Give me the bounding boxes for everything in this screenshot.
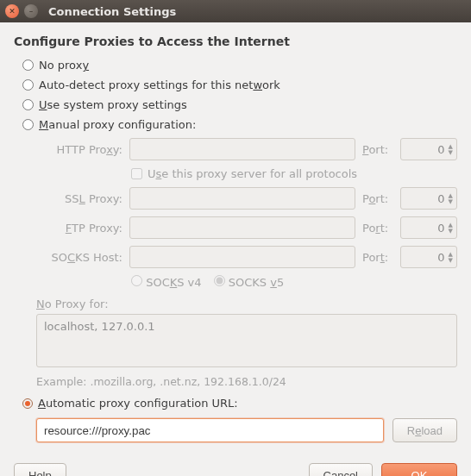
http-proxy-input xyxy=(129,138,355,160)
http-proxy-label: HTTP Proxy: xyxy=(36,143,122,156)
autoconf-url-input[interactable] xyxy=(36,418,384,442)
manual-block: HTTP Proxy: Port: 0▲▼ Use this proxy ser… xyxy=(36,135,457,393)
radio-no-proxy[interactable]: No proxy xyxy=(14,55,457,75)
ssl-port-input: 0▲▼ xyxy=(400,187,457,210)
radio-autoconf-input[interactable] xyxy=(22,398,33,409)
radio-manual[interactable]: Manual proxy configuration: xyxy=(14,115,457,135)
page-heading: Configure Proxies to Access the Internet xyxy=(14,34,457,48)
ftp-port-input: 0▲▼ xyxy=(400,216,457,239)
radio-no-proxy-input[interactable] xyxy=(22,60,34,71)
close-icon[interactable]: ✕ xyxy=(5,4,19,18)
window-title: Connection Settings xyxy=(48,5,176,18)
ssl-port-label: Port: xyxy=(362,192,393,205)
ssl-proxy-label: SSL Proxy: xyxy=(36,192,122,205)
ftp-proxy-input xyxy=(129,216,355,239)
radio-auto-detect-label: Auto-detect proxy settings for this netw… xyxy=(39,78,280,91)
radio-no-proxy-label: No proxy xyxy=(39,59,89,72)
radio-system-input[interactable] xyxy=(22,99,34,110)
radio-autoconf-label: Automatic proxy configuration URL: xyxy=(38,397,238,410)
no-proxy-for-label: No Proxy for: xyxy=(36,292,457,314)
ftp-port-label: Port: xyxy=(362,222,393,235)
no-proxy-for-input: localhost, 127.0.0.1 xyxy=(36,314,457,367)
ssl-proxy-input xyxy=(129,187,355,210)
radio-auto-detect-input[interactable] xyxy=(22,79,34,91)
ftp-proxy-label: FTP Proxy: xyxy=(36,222,122,235)
socks-host-row: SOCKS Host: Port: 0▲▼ xyxy=(36,242,457,272)
radio-auto-detect[interactable]: Auto-detect proxy settings for this netw… xyxy=(14,75,457,95)
reload-button[interactable]: Reload xyxy=(392,418,457,442)
socks-host-label: SOCKS Host: xyxy=(36,251,122,264)
socks-v4-radio: SOCKS v4 xyxy=(131,275,202,289)
socks-host-input xyxy=(129,246,355,268)
radio-manual-input[interactable] xyxy=(22,119,34,130)
ssl-proxy-row: SSL Proxy: Port: 0▲▼ xyxy=(36,184,457,213)
no-proxy-example: Example: .mozilla.org, .net.nz, 192.168.… xyxy=(36,370,457,393)
http-port-label: Port: xyxy=(362,143,393,156)
radio-system[interactable]: Use system proxy settings xyxy=(14,95,457,115)
http-port-input: 0▲▼ xyxy=(400,138,457,160)
cancel-button[interactable]: Cancel xyxy=(309,463,373,476)
socks-v5-radio: SOCKS v5 xyxy=(214,275,285,289)
socks-version-row: SOCKS v4 SOCKS v5 xyxy=(36,272,457,292)
ftp-proxy-row: FTP Proxy: Port: 0▲▼ xyxy=(36,213,457,242)
titlebar: ✕ – Connection Settings xyxy=(0,0,471,22)
http-proxy-row: HTTP Proxy: Port: 0▲▼ xyxy=(36,135,457,164)
ok-button[interactable]: OK xyxy=(381,463,457,476)
autoconf-url-row: Reload xyxy=(14,413,457,442)
use-all-checkbox xyxy=(131,168,142,179)
socks-port-input: 0▲▼ xyxy=(400,246,457,268)
radio-manual-label: Manual proxy configuration: xyxy=(39,118,196,131)
dialog-footer: Help Cancel OK xyxy=(0,451,471,476)
radio-autoconf[interactable]: Automatic proxy configuration URL: xyxy=(14,393,457,413)
use-all-label: Use this proxy server for all protocols xyxy=(148,167,357,180)
dialog-content: Configure Proxies to Access the Internet… xyxy=(0,22,471,451)
radio-system-label: Use system proxy settings xyxy=(39,98,187,111)
socks-port-label: Port: xyxy=(362,251,393,264)
use-all-row: Use this proxy server for all protocols xyxy=(36,164,457,184)
help-button[interactable]: Help xyxy=(14,463,66,476)
minimize-icon[interactable]: – xyxy=(24,4,38,18)
